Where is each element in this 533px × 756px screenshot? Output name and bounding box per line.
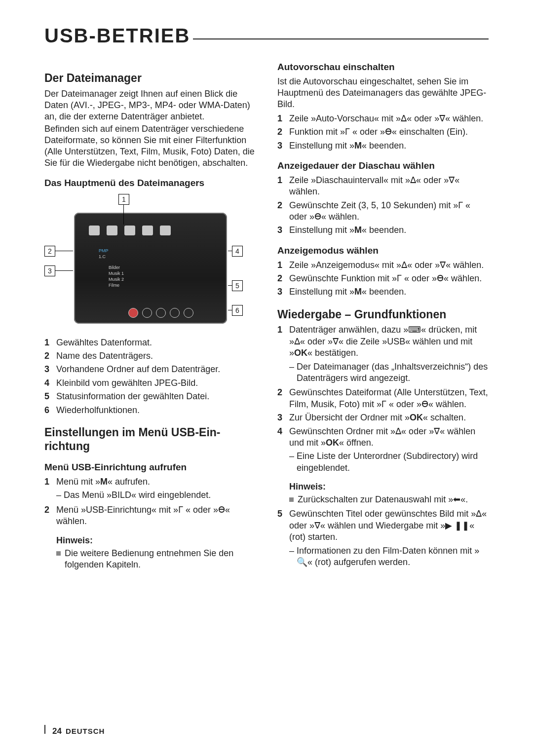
legend-item: 2Name des Datenträgers. bbox=[44, 350, 256, 362]
autov-list: 1 Zeile »Auto-Vorschau« mit »ᐃ« oder »ᐁ«… bbox=[277, 113, 489, 151]
step-2: 2 Funktion mit »Γ « oder »Ɵ« einschalten… bbox=[277, 126, 489, 138]
tv-folder: Bilder bbox=[109, 265, 120, 270]
callout-3: 3 bbox=[44, 265, 55, 276]
wg-list: 1 Datenträger anwählen, dazu »⌨« drücken… bbox=[277, 324, 489, 359]
legend-item: 5Statusinformation der gewählten Datei. bbox=[44, 391, 256, 402]
up-icon: ᐃ bbox=[401, 113, 407, 123]
callout-6: 6 bbox=[232, 305, 243, 316]
m-icon: M bbox=[354, 225, 362, 235]
right-column: Autovorschau einschalten Ist die Autovor… bbox=[277, 62, 489, 572]
left-column: Der Dateimanager Der Dateimanager zeigt … bbox=[44, 62, 256, 572]
step-3: 3 Einstellung mit »M« beenden. bbox=[277, 286, 489, 298]
tv-icon bbox=[107, 226, 117, 235]
tv-icon bbox=[89, 226, 100, 235]
play-icon: ▶ bbox=[445, 521, 452, 530]
legend-item: 6Wiederholfunktionen. bbox=[44, 405, 256, 416]
pause-icon: ❚❚ bbox=[455, 521, 469, 530]
heading-anzeigemodus: Anzeigemodus wählen bbox=[277, 245, 489, 257]
left-icon: Γ bbox=[458, 200, 463, 210]
up-icon: ᐃ bbox=[410, 175, 416, 185]
m-icon: M bbox=[354, 141, 362, 151]
up-icon: ᐃ bbox=[395, 426, 401, 436]
legend-item: 1Gewähltes Datenformat. bbox=[44, 337, 256, 348]
page-footer: 24 DEUTSCH bbox=[44, 725, 105, 736]
tv-screen: PMP 1.C Bilder Musik 1 Musik 2 Filme bbox=[74, 213, 227, 324]
page-title: USB-BETRIEB bbox=[44, 25, 190, 47]
step-1: 1 Menü mit »M« aufrufen. bbox=[44, 476, 256, 488]
step-1: 1 Zeile »Anzeigemodus« mit »ᐃ« oder »ᐁ« … bbox=[277, 260, 489, 271]
callout-5: 5 bbox=[232, 280, 243, 291]
right-icon: Ɵ bbox=[421, 399, 428, 409]
m-icon: M bbox=[354, 287, 362, 297]
tv-label-1c: 1.C bbox=[99, 254, 106, 259]
up-icon: ᐃ bbox=[294, 337, 300, 346]
step-1-result: Der Dateimanager (das „Inhaltsverzeich­n… bbox=[289, 361, 489, 384]
left-icon: Γ bbox=[345, 127, 350, 137]
dia-list: 1 Zeile »Diaschauintervall« mit »ᐃ« oder… bbox=[277, 175, 489, 236]
ok-icon: OK bbox=[294, 348, 307, 358]
text-dm-p2: Befinden sich auf einem Datenträger vers… bbox=[44, 123, 256, 169]
up-icon: ᐃ bbox=[401, 260, 407, 270]
heading-einstellungen: Einstellungen im Menü USB-Ein­richtung bbox=[44, 426, 256, 453]
step-2: 2 Menü »USB-Einrichtung« mit »Γ « oder »… bbox=[44, 504, 256, 528]
step-2: 2 Gewünschtes Dateiformat (Alle Unterstü… bbox=[277, 387, 489, 410]
hinweis-bullet: Die weitere Bedienung entnehmen Sie den … bbox=[56, 548, 256, 571]
down-icon: ᐁ bbox=[314, 521, 320, 530]
diagram-file-manager: PMP 1.C Bilder Musik 1 Musik 2 Filme bbox=[44, 194, 242, 332]
step-1: 1 Datenträger anwählen, dazu »⌨« drücken… bbox=[277, 324, 489, 359]
back-icon: ⬅ bbox=[453, 494, 460, 504]
title-rule bbox=[193, 38, 489, 39]
tv-label-pmp: PMP bbox=[99, 248, 109, 253]
step-2: 2 Gewünschte Zeit (3, 5, 10 Sekunden) mi… bbox=[277, 200, 489, 223]
page-title-row: USB-BETRIEB bbox=[44, 25, 489, 47]
step-1: 1 Zeile »Auto-Vorschau« mit »ᐃ« oder »ᐁ«… bbox=[277, 113, 489, 124]
callout-1: 1 bbox=[118, 194, 129, 205]
down-icon: ᐁ bbox=[434, 426, 440, 436]
tv-icon bbox=[160, 226, 171, 235]
step-1: 1 Zeile »Diaschauintervall« mit »ᐃ« oder… bbox=[277, 175, 489, 198]
step-5: 5 Gewünschten Titel oder gewünschtes Bil… bbox=[277, 508, 489, 543]
tv-folder: Musik 2 bbox=[109, 277, 124, 282]
callout-4: 4 bbox=[232, 246, 243, 257]
text-autov-p: Ist die Autovorschau eingeschaltet, sehe… bbox=[277, 76, 489, 110]
hinweis-label-2: Hinweis: bbox=[289, 482, 489, 492]
heading-aufrufen: Menü USB-Einrichtung aufrufen bbox=[44, 462, 256, 473]
tv-folder: Filme bbox=[109, 283, 119, 288]
step-4-result: Eine Liste der Unterordner (Subdirectory… bbox=[289, 451, 489, 474]
magnifier-icon: 🔍 bbox=[297, 557, 307, 567]
step-3: 3 Einstellung mit »M« beenden. bbox=[277, 140, 489, 151]
legend-item: 3Vorhandene Ordner auf dem Datenträger. bbox=[44, 364, 256, 375]
heading-dateimanager: Der Dateimanager bbox=[44, 72, 256, 85]
down-icon: ᐁ bbox=[449, 175, 455, 185]
right-icon: Ɵ bbox=[218, 505, 225, 515]
m-icon: M bbox=[100, 477, 108, 487]
tv-icon bbox=[124, 226, 135, 235]
heading-wiedergabe: Wiedergabe – Grundfunktionen bbox=[277, 308, 489, 322]
step-2: 2 Gewünschte Funktion mit »Γ « oder »Ɵ« … bbox=[277, 273, 489, 284]
down-icon: ᐁ bbox=[439, 113, 445, 123]
step-3: 3 Einstellung mit »M« beenden. bbox=[277, 225, 489, 236]
legend-list: 1Gewähltes Datenformat. 2Name des Datent… bbox=[44, 337, 256, 416]
down-icon: ᐁ bbox=[333, 337, 339, 346]
tv-bottom-icons bbox=[128, 308, 193, 318]
hinweis-bullet-2: Zurückschalten zur Datenauswahl mit »⬅«. bbox=[289, 494, 489, 505]
tv-icon-row bbox=[89, 226, 171, 235]
step-5-result: Informationen zu den Film-Daten können m… bbox=[289, 545, 489, 568]
text-dm-p1: Der Dateimanager zeigt Ihnen auf einen B… bbox=[44, 88, 256, 122]
legend-item: 4Kleinbild vom gewählten JPEG-Bild. bbox=[44, 378, 256, 389]
source-icon: ⌨ bbox=[408, 325, 421, 335]
right-icon: Ɵ bbox=[314, 212, 321, 222]
heading-autovorschau: Autovorschau einschalten bbox=[277, 62, 489, 73]
heading-hauptmenu: Das Hauptmenü des Dateimanagers bbox=[44, 178, 256, 189]
page-language: DEUTSCH bbox=[66, 727, 105, 735]
heading-diaschau: Anzeigedauer der Diaschau wählen bbox=[277, 160, 489, 172]
right-icon: Ɵ bbox=[437, 273, 444, 283]
left-icon: Γ bbox=[178, 505, 183, 515]
aufrufen-list: 1 Menü mit »M« aufrufen. bbox=[44, 476, 256, 488]
left-icon: Γ bbox=[381, 399, 386, 409]
hinweis-label: Hinweis: bbox=[56, 535, 256, 546]
up-icon: ᐃ bbox=[476, 509, 482, 519]
tv-icon bbox=[142, 226, 153, 235]
down-icon: ᐁ bbox=[440, 260, 446, 270]
step-3: 3 Zur Übersicht der Ordner mit »OK« scha… bbox=[277, 412, 489, 423]
